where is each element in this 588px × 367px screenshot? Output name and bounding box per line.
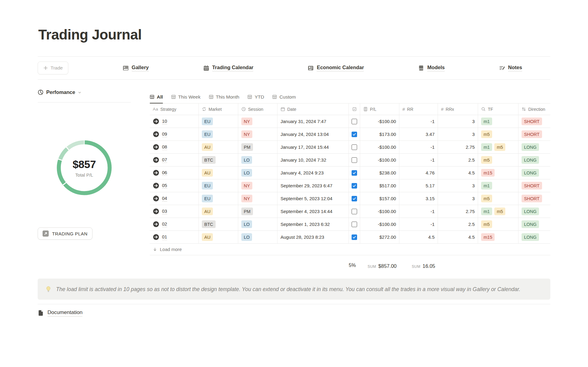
- cell-pl[interactable]: -$100.00: [360, 154, 399, 166]
- cell-direction[interactable]: SHORT: [518, 179, 550, 192]
- cell-pl[interactable]: -$100.00: [360, 218, 399, 230]
- cell-session[interactable]: PM: [238, 141, 277, 153]
- cell-rr[interactable]: -1: [399, 115, 438, 128]
- open-page-icon[interactable]: [153, 118, 159, 125]
- cell-session[interactable]: NY: [238, 128, 277, 140]
- win-checkbox[interactable]: [352, 209, 357, 214]
- cell-rrx[interactable]: 2.75: [438, 141, 478, 153]
- cell-rrx[interactable]: 3: [438, 128, 478, 140]
- win-checkbox[interactable]: [352, 234, 357, 240]
- cell-rr[interactable]: 5.17: [399, 179, 438, 192]
- column-header-checked[interactable]: [349, 103, 360, 115]
- performance-view-toggle[interactable]: Perfomance: [38, 86, 131, 98]
- cell-date[interactable]: September 5, 2023 12:04: [277, 192, 349, 205]
- cell-tf[interactable]: m15: [478, 167, 518, 179]
- cell-market[interactable]: EU: [199, 192, 238, 205]
- column-header-date[interactable]: Date: [277, 103, 349, 115]
- open-page-icon[interactable]: [153, 182, 159, 189]
- cell-rr[interactable]: -1: [399, 218, 438, 230]
- cell-direction[interactable]: LONG: [518, 167, 550, 179]
- column-header-rr[interactable]: #RR: [399, 103, 438, 115]
- cell-rrx[interactable]: 4.5: [438, 231, 478, 243]
- cell-rr[interactable]: -1: [399, 205, 438, 218]
- win-checkbox[interactable]: [352, 132, 357, 137]
- tab-custom[interactable]: Custom: [272, 91, 296, 103]
- cell-rr[interactable]: 3.47: [399, 128, 438, 140]
- strategy-link[interactable]: 02: [162, 221, 167, 227]
- cell-session[interactable]: LO: [238, 167, 277, 179]
- cell-tf[interactable]: m5: [478, 128, 518, 140]
- cell-market[interactable]: AU: [199, 205, 238, 218]
- cell-rrx[interactable]: 3: [438, 179, 478, 192]
- strategy-link[interactable]: 08: [162, 144, 167, 150]
- cell-pl[interactable]: -$100.00: [360, 115, 399, 128]
- cell-pl[interactable]: -$100.00: [360, 205, 399, 218]
- win-checkbox[interactable]: [352, 157, 357, 163]
- cell-date[interactable]: September 4, 2023 14:44: [277, 205, 349, 218]
- cell-date[interactable]: August 28, 2023 8:23: [277, 231, 349, 243]
- tab-this-week[interactable]: This Week: [171, 91, 201, 103]
- strategy-link[interactable]: 10: [162, 118, 167, 124]
- cell-tf[interactable]: m5: [478, 218, 518, 230]
- open-page-icon[interactable]: [153, 234, 159, 240]
- cell-session[interactable]: LO: [238, 154, 277, 166]
- load-more-button[interactable]: Load more: [150, 244, 550, 255]
- cell-date[interactable]: January 10, 2024 7:32: [277, 154, 349, 166]
- strategy-link[interactable]: 05: [162, 183, 167, 189]
- column-header-rrx[interactable]: #RRx: [438, 103, 478, 115]
- cell-rrx[interactable]: 3: [438, 192, 478, 205]
- cell-rr[interactable]: -1: [399, 154, 438, 166]
- cell-market[interactable]: AU: [199, 141, 238, 153]
- open-page-icon[interactable]: [153, 157, 159, 163]
- cell-rr[interactable]: -1: [399, 141, 438, 153]
- cell-rrx[interactable]: 3: [438, 115, 478, 128]
- cell-rrx[interactable]: 2.5: [438, 218, 478, 230]
- cell-market[interactable]: EU: [199, 115, 238, 128]
- strategy-link[interactable]: 07: [162, 157, 167, 163]
- strategy-link[interactable]: 03: [162, 208, 167, 214]
- cell-tf[interactable]: m1: [478, 179, 518, 192]
- column-header-market[interactable]: Market: [199, 103, 238, 115]
- cell-rrx[interactable]: 4.5: [438, 167, 478, 179]
- win-checkbox[interactable]: [352, 183, 357, 189]
- cell-market[interactable]: AU: [199, 167, 238, 179]
- open-page-icon[interactable]: [153, 144, 159, 150]
- cell-pl[interactable]: -$100.00: [360, 141, 399, 153]
- cell-rr[interactable]: 4.76: [399, 167, 438, 179]
- cell-date[interactable]: January 24, 2024 13:04: [277, 128, 349, 140]
- cell-date[interactable]: September 29, 2023 6:47: [277, 179, 349, 192]
- documentation-link[interactable]: Documentation: [38, 309, 550, 316]
- cell-direction[interactable]: LONG: [518, 141, 550, 153]
- cell-rrx[interactable]: 2.75: [438, 205, 478, 218]
- open-page-icon[interactable]: [153, 208, 159, 215]
- column-header-p-l[interactable]: P/L: [360, 103, 399, 115]
- cell-market[interactable]: BTC: [199, 218, 238, 230]
- cell-session[interactable]: LO: [238, 231, 277, 243]
- win-checkbox[interactable]: [352, 170, 357, 176]
- cell-tf[interactable]: m1: [478, 115, 518, 128]
- open-page-icon[interactable]: [153, 170, 159, 176]
- cell-session[interactable]: NY: [238, 115, 277, 128]
- new-trade-button[interactable]: Trade: [38, 62, 68, 74]
- cell-date[interactable]: January 4, 2024 9:23: [277, 167, 349, 179]
- rr-sum[interactable]: SUM 16.05: [399, 263, 438, 269]
- cell-rrx[interactable]: 2.5: [438, 154, 478, 166]
- cell-rr[interactable]: 3.15: [399, 192, 438, 205]
- strategy-link[interactable]: 04: [162, 196, 167, 201]
- cell-direction[interactable]: SHORT: [518, 128, 550, 140]
- cell-session[interactable]: NY: [238, 179, 277, 192]
- cell-tf[interactable]: m5: [478, 192, 518, 205]
- cell-tf[interactable]: m1m5: [478, 205, 518, 218]
- cell-date[interactable]: January 31, 2024 7:47: [277, 115, 349, 128]
- nav-link-models[interactable]: Models: [418, 65, 445, 71]
- checked-percent[interactable]: 65%: [349, 263, 360, 269]
- nav-link-economic-calendar[interactable]: Economic Calendar: [307, 65, 364, 71]
- nav-link-notes[interactable]: Notes: [499, 65, 522, 71]
- cell-session[interactable]: PM: [238, 205, 277, 218]
- trading-plan-button[interactable]: TRADING PLAN: [38, 227, 92, 240]
- strategy-link[interactable]: 01: [162, 234, 167, 240]
- win-checkbox[interactable]: [352, 119, 357, 124]
- column-header-tf[interactable]: TF: [478, 103, 518, 115]
- cell-pl[interactable]: $157.00: [360, 192, 399, 205]
- win-checkbox[interactable]: [352, 196, 357, 201]
